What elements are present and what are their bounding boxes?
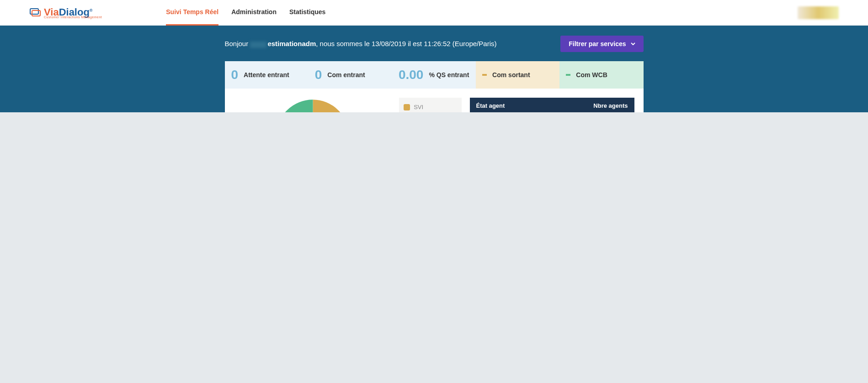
kpi-row: 0 Attente entrant 0 Com entrant 0.00 % Q… — [225, 61, 644, 89]
kpi-label: Attente entrant — [244, 71, 289, 79]
col-state: État agent — [470, 98, 570, 112]
main-nav: Suivi Temps Réel Administration Statisti… — [166, 0, 325, 26]
donut-chart — [234, 98, 392, 112]
nav-admin[interactable]: Administration — [231, 0, 277, 26]
chart-legend: SVI Attente Communication — [399, 98, 461, 112]
kpi-value: 0 — [315, 68, 322, 82]
kpi-value: 0.00 — [399, 68, 424, 82]
filter-button-label: Filtrer par services — [569, 40, 626, 47]
dash-icon — [566, 74, 570, 76]
nav-realtime[interactable]: Suivi Temps Réel — [166, 0, 218, 26]
greeting-text: Bonjour estimationadm, nous sommes le 13… — [225, 40, 497, 47]
kpi-label: Com sortant — [492, 71, 530, 79]
svg-rect-0 — [30, 9, 38, 14]
chevron-down-icon — [631, 42, 635, 45]
kpi-value: 0 — [231, 68, 239, 82]
redacted-region — [250, 42, 266, 48]
kpi-label: % QS entrant — [429, 71, 469, 79]
user-avatar[interactable] — [798, 6, 839, 19]
dash-icon — [482, 74, 487, 76]
col-count: Nbre agents — [570, 98, 634, 112]
nav-stats[interactable]: Statistiques — [289, 0, 325, 26]
kpi-com-sortant: Com sortant — [476, 61, 559, 89]
logo-subtitle: Customer Interactions Management — [44, 16, 102, 19]
hero-band: Bonjour estimationadm, nous sommes le 13… — [0, 26, 868, 112]
kpi-com-entrant: 0 Com entrant — [309, 61, 392, 89]
kpi-com-wcb: Com WCB — [559, 61, 643, 89]
logo[interactable]: ViaDialog® Customer Interactions Managem… — [29, 6, 102, 19]
main-card: 0 Attente entrant 0 Com entrant 0.00 % Q… — [225, 61, 644, 112]
kpi-attente-entrant: 0 Attente entrant — [225, 61, 309, 89]
agent-state-table: État agent Nbre agents Total5Communicati… — [470, 98, 634, 112]
legend-item-svi: SVI — [404, 102, 455, 112]
filter-services-button[interactable]: Filtrer par services — [560, 36, 643, 52]
top-bar: ViaDialog® Customer Interactions Managem… — [0, 0, 868, 26]
svg-rect-1 — [32, 10, 40, 16]
kpi-label: Com entrant — [327, 71, 365, 79]
kpi-qs-entrant: 0.00 % QS entrant — [392, 61, 476, 89]
logo-icon — [29, 8, 41, 18]
kpi-label: Com WCB — [576, 71, 607, 79]
